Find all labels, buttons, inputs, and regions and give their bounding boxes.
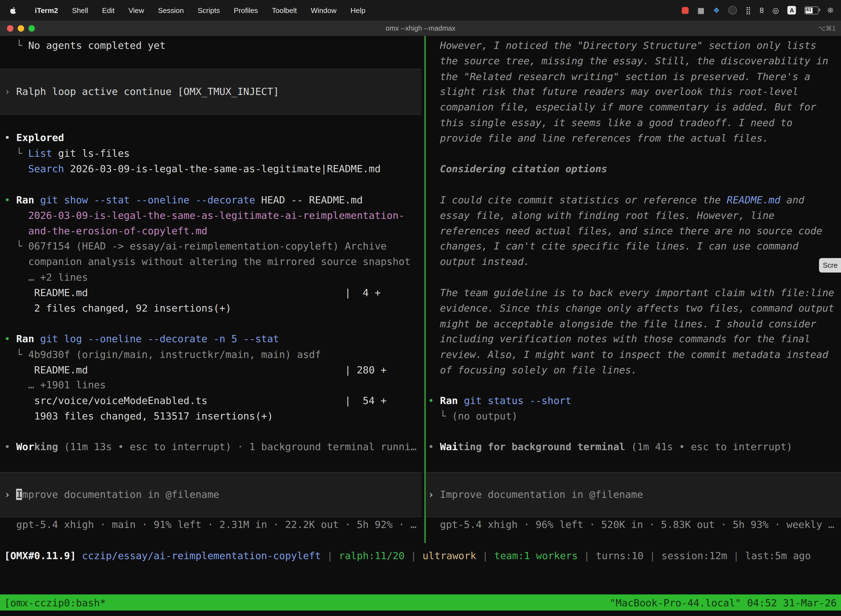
terminal-line: including verification notes with those … [428, 332, 841, 347]
battery-percent: 61 [806, 7, 811, 12]
tmux-session-label: [omx-cczip0:bash* [4, 597, 106, 608]
composer-line: › Improve documentation in @filename [4, 487, 219, 502]
inject-prompt-panel[interactable]: › Ralph loop active continue [OMX_TMUX_I… [0, 69, 422, 115]
terminal-line: • Ran git status --short [428, 393, 841, 409]
explored-block: • Explored └ List git ls-files Search 20… [0, 130, 424, 177]
window-title: omx --xhigh --madmax [0, 24, 841, 32]
terminal-line: essay file, along with finding root file… [428, 208, 841, 224]
terminal-line: output instead. [428, 254, 841, 270]
inject-prompt-line: › Ralph loop active continue [OMX_TMUX_I… [4, 84, 279, 99]
model-status-right: gpt-5.4 xhigh · 96% left · 520K in · 5.8… [426, 517, 841, 532]
macos-menu-bar: iTerm2 Shell Edit View Session Scripts P… [0, 0, 841, 21]
terminal-line: companion file, especially if more comme… [428, 100, 841, 115]
terminal-line: README.md | 4 + [4, 285, 424, 301]
terminal-line: might be acceptable alongside the file l… [428, 316, 841, 332]
menu-item-session[interactable]: Session [151, 0, 190, 21]
tmux-status-bar: [omx-cczip0:bash* "MacBook-Pro-44.local"… [0, 594, 841, 610]
menu-item-edit[interactable]: Edit [95, 0, 122, 21]
grid-status-icon[interactable]: ▦ [697, 6, 705, 14]
menu-item-profiles[interactable]: Profiles [227, 0, 265, 21]
omx-status-line: [OMX#0.11.9] cczip/essay/ai-reimplementa… [4, 549, 811, 564]
terminal-line: However, I noticed the "Directory Struct… [428, 38, 841, 54]
terminal-line: README.md | 280 + [4, 362, 424, 378]
input-source-icon[interactable]: A [787, 6, 796, 14]
terminal-line: I could cite commit statistics or refere… [428, 193, 841, 208]
terminal-pane-left: └ No agents completed yet › Ralph loop a… [0, 36, 424, 543]
screen-edge-overlay[interactable]: Scre [819, 258, 841, 273]
terminal-content: └ No agents completed yet › Ralph loop a… [0, 36, 841, 616]
terminal-line: • Ran git log --oneline --decorate -n 5 … [4, 331, 424, 347]
lens-status-icon[interactable]: ◎ [772, 6, 779, 14]
composer-input-right[interactable]: › Improve documentation in @filename [426, 472, 841, 517]
terminal-line: changes, I can't cite specific file line… [428, 239, 841, 254]
menu-item-help[interactable]: Help [343, 0, 372, 21]
terminal-line: └ List git ls-files [4, 146, 424, 161]
terminal-line: The team guideline is to back every impo… [428, 285, 841, 301]
eight-status-icon[interactable]: 8 [760, 6, 764, 14]
waiting-status-block: • Waiting for background terminal (1m 41… [426, 439, 841, 455]
terminal-line: 1903 files changed, 513517 insertions(+) [4, 409, 424, 424]
terminal-line: src/voice/voiceModeEnabled.ts | 54 + [4, 393, 424, 409]
terminal-line: … +1901 lines [4, 378, 424, 393]
terminal-line: └ (no output) [428, 409, 841, 424]
terminal-line: provide file and line references from th… [428, 131, 841, 146]
apple-icon [9, 6, 17, 15]
tmux-host-clock-label: "MacBook-Pro-44.local" 04:52 31-Mar-26 [610, 597, 837, 608]
screen-recording-indicator-icon[interactable] [682, 7, 689, 13]
battery-cap [819, 8, 820, 11]
working-status-line: • Working (11m 13s • esc to interrupt) ·… [4, 439, 424, 455]
thinking-heading: Considering citation options [426, 161, 841, 177]
menu-item-iterm2[interactable]: iTerm2 [28, 0, 65, 21]
terminal-line: └ No agents completed yet [4, 38, 424, 54]
screen: iTerm2 Shell Edit View Session Scripts P… [0, 0, 841, 616]
window-shortcut-badge: ⌥⌘1 [818, 24, 835, 32]
composer-line: › Improve documentation in @filename [428, 487, 643, 502]
apple-menu[interactable] [9, 6, 18, 15]
window-title-bar: omx --xhigh --madmax ⌥⌘1 [0, 21, 841, 37]
no-agents-block: └ No agents completed yet [0, 38, 424, 54]
dark-disc-status-icon[interactable] [728, 6, 737, 14]
terminal-line: • Ran git show --stat --oneline --decora… [4, 193, 424, 208]
model-status-line: gpt-5.4 xhigh · main · 91% left · 2.31M … [4, 517, 424, 532]
working-status-block: • Working (11m 13s • esc to interrupt) ·… [0, 439, 424, 455]
terminal-line: review. Also, I might want to inspect th… [428, 347, 841, 363]
terminal-line: • Explored [4, 130, 424, 146]
blue-app-status-icon[interactable]: ❖ [713, 6, 719, 14]
thinking-heading-line: Considering citation options [428, 161, 841, 177]
terminal-line: └ 4b9d30f (origin/main, instructkr/main,… [4, 347, 424, 362]
menu-item-view[interactable]: View [122, 0, 151, 21]
terminal-line: and-the-erosion-of-copyleft.md [4, 224, 424, 239]
terminal-line: the source tree, missing the essay. Stil… [428, 54, 841, 69]
ran-git-status-block: • Ran git status --short └ (no output) [426, 393, 841, 424]
battery-icon[interactable]: 61 [804, 6, 819, 14]
composer-input-left[interactable]: › Improve documentation in @filename [0, 472, 422, 517]
thinking-paragraph-2: I could cite commit statistics or refere… [426, 193, 841, 270]
menu-item-window[interactable]: Window [304, 0, 343, 21]
ran-git-show-block: • Ran git show --stat --oneline --decora… [0, 193, 424, 316]
terminal-pane-right: However, I noticed the "Directory Struct… [426, 36, 841, 543]
terminal-line: 2026-03-09-is-legal-the-same-as-legitima… [4, 208, 424, 224]
thinking-paragraph-3: The team guideline is to back every impo… [426, 285, 841, 378]
terminal-line: Search 2026-03-09-is-legal-the-same-as-l… [4, 161, 424, 177]
menu-item-toolbelt[interactable]: Toolbelt [265, 0, 304, 21]
menu-bar-status-area: ▦ ❖ ⣿ 8 ◎ A 61 ❊ [682, 6, 841, 14]
thinking-paragraph-1: However, I noticed the "Directory Struct… [426, 38, 841, 146]
terminal-line: └ 067f154 (HEAD -> essay/ai-reimplementa… [4, 239, 424, 254]
terminal-line: … +2 lines [4, 270, 424, 285]
dots-grid-status-icon[interactable]: ⣿ [746, 6, 751, 14]
model-status-left: gpt-5.4 xhigh · main · 91% left · 2.31M … [0, 517, 424, 532]
model-status-line: gpt-5.4 xhigh · 96% left · 520K in · 5.8… [428, 517, 841, 532]
menu-item-shell[interactable]: Shell [65, 0, 95, 21]
terminal-line: companion analysis without altering the … [4, 254, 424, 270]
menu-item-scripts[interactable]: Scripts [190, 0, 227, 21]
terminal-line: references need actual files, and since … [428, 224, 841, 239]
waiting-status-line: • Waiting for background terminal (1m 41… [428, 439, 841, 455]
terminal-line: evidence. Since this change only affects… [428, 301, 841, 316]
terminal-line: the "Related research writing" section i… [428, 69, 841, 84]
fan-status-icon[interactable]: ❊ [827, 6, 834, 14]
terminal-line: 2 files changed, 92 insertions(+) [4, 301, 424, 316]
ran-git-log-block: • Ran git log --oneline --decorate -n 5 … [0, 331, 424, 424]
omx-status-bar: [OMX#0.11.9] cczip/essay/ai-reimplementa… [4, 549, 811, 564]
terminal-line: slight risk that future readers may over… [428, 84, 841, 100]
terminal-line: of focusing solely on file lines. [428, 363, 841, 378]
